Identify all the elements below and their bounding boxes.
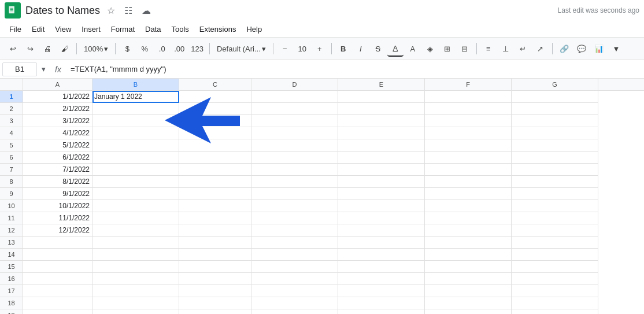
cell-c14[interactable] xyxy=(179,249,251,261)
cell-g17[interactable] xyxy=(512,285,598,297)
cell-g15[interactable] xyxy=(512,261,598,273)
fill-color-button[interactable]: ◈ xyxy=(422,40,438,57)
cell-c13[interactable] xyxy=(179,237,251,249)
cell-b7[interactable] xyxy=(92,164,179,176)
cell-c18[interactable] xyxy=(179,297,251,309)
cell-a18[interactable] xyxy=(23,297,92,309)
cell-b2[interactable] xyxy=(92,103,179,115)
cell-c12[interactable] xyxy=(179,224,251,237)
cell-e8[interactable] xyxy=(338,176,425,188)
strikethrough-button[interactable]: S xyxy=(370,40,386,57)
cell-a10[interactable]: 10/1/2022 xyxy=(23,200,92,212)
font-dropdown[interactable]: Default (Ari... ▾ xyxy=(213,43,269,54)
cell-c17[interactable] xyxy=(179,285,251,297)
cell-e19[interactable] xyxy=(338,309,425,314)
cell-g12[interactable] xyxy=(512,224,598,237)
merge-button[interactable]: ⊟ xyxy=(457,40,473,57)
zoom-dropdown[interactable]: 100% ▾ xyxy=(80,43,112,54)
rotate-button[interactable]: ↗ xyxy=(532,40,549,57)
cell-a8[interactable]: 8/1/2022 xyxy=(23,176,92,188)
cell-c6[interactable] xyxy=(179,152,251,164)
cell-b11[interactable] xyxy=(92,212,179,224)
menu-insert[interactable]: Insert xyxy=(77,24,105,35)
cell-f4[interactable] xyxy=(425,127,512,139)
cell-e16[interactable] xyxy=(338,273,425,285)
cell-d10[interactable] xyxy=(251,200,338,212)
chart-button[interactable]: 📊 xyxy=(591,40,607,57)
cell-c10[interactable] xyxy=(179,200,251,212)
cell-a17[interactable] xyxy=(23,285,92,297)
cell-b19[interactable] xyxy=(92,309,179,314)
cell-f6[interactable] xyxy=(425,152,512,164)
cell-d1[interactable] xyxy=(251,91,338,103)
cell-a2[interactable]: 2/1/2022 xyxy=(23,103,92,115)
redo-button[interactable]: ↪ xyxy=(22,40,38,57)
cloud-icon[interactable]: ☁ xyxy=(139,4,153,17)
cell-g8[interactable] xyxy=(512,176,598,188)
cell-e13[interactable] xyxy=(338,237,425,249)
cell-f13[interactable] xyxy=(425,237,512,249)
cell-c3[interactable] xyxy=(179,115,251,127)
cell-g13[interactable] xyxy=(512,237,598,249)
col-header-b[interactable]: B xyxy=(92,79,179,90)
cell-e5[interactable] xyxy=(338,139,425,152)
cell-e3[interactable] xyxy=(338,115,425,127)
menu-edit[interactable]: Edit xyxy=(27,24,49,35)
cell-c19[interactable] xyxy=(179,309,251,314)
cell-e7[interactable] xyxy=(338,164,425,176)
cell-e14[interactable] xyxy=(338,249,425,261)
cell-c4[interactable] xyxy=(179,127,251,139)
cell-a14[interactable] xyxy=(23,249,92,261)
cell-reference-box[interactable]: B1 xyxy=(2,62,37,76)
format123-button[interactable]: 123 xyxy=(188,40,206,57)
filter-button[interactable]: ▼ xyxy=(608,40,624,57)
menu-data[interactable]: Data xyxy=(140,24,165,35)
cell-b12[interactable] xyxy=(92,224,179,237)
cell-f15[interactable] xyxy=(425,261,512,273)
cell-f10[interactable] xyxy=(425,200,512,212)
cell-f7[interactable] xyxy=(425,164,512,176)
cell-d19[interactable] xyxy=(251,309,338,314)
cell-d2[interactable] xyxy=(251,103,338,115)
cell-d7[interactable] xyxy=(251,164,338,176)
cell-a19[interactable] xyxy=(23,309,92,314)
cell-a7[interactable]: 7/1/2022 xyxy=(23,164,92,176)
menu-tools[interactable]: Tools xyxy=(166,24,193,35)
cell-e1[interactable] xyxy=(338,91,425,103)
cell-a5[interactable]: 5/1/2022 xyxy=(23,139,92,152)
cell-e18[interactable] xyxy=(338,297,425,309)
cell-b9[interactable] xyxy=(92,188,179,200)
comment-button[interactable]: 💬 xyxy=(573,40,590,57)
cell-d9[interactable] xyxy=(251,188,338,200)
print-button[interactable]: 🖨 xyxy=(39,40,55,57)
cell-d15[interactable] xyxy=(251,261,338,273)
decimal-more-button[interactable]: .00 xyxy=(171,40,187,57)
cell-b1[interactable]: January 1 2022 xyxy=(92,91,179,103)
cell-g5[interactable] xyxy=(512,139,598,152)
percent-button[interactable]: % xyxy=(136,40,153,57)
underline-button[interactable]: A xyxy=(387,40,404,57)
cell-c11[interactable] xyxy=(179,212,251,224)
currency-button[interactable]: $ xyxy=(119,40,135,57)
cell-a6[interactable]: 6/1/2022 xyxy=(23,152,92,164)
cell-e4[interactable] xyxy=(338,127,425,139)
cell-f12[interactable] xyxy=(425,224,512,237)
cell-b4[interactable] xyxy=(92,127,179,139)
cell-a9[interactable]: 9/1/2022 xyxy=(23,188,92,200)
cell-b18[interactable] xyxy=(92,297,179,309)
cell-d13[interactable] xyxy=(251,237,338,249)
cell-g9[interactable] xyxy=(512,188,598,200)
cell-g18[interactable] xyxy=(512,297,598,309)
cell-d12[interactable] xyxy=(251,224,338,237)
cell-d6[interactable] xyxy=(251,152,338,164)
formula-content[interactable]: =TEXT(A1, "mmmm d yyyy") xyxy=(68,64,642,75)
cell-f9[interactable] xyxy=(425,188,512,200)
cell-f16[interactable] xyxy=(425,273,512,285)
cell-a15[interactable] xyxy=(23,261,92,273)
col-header-f[interactable]: F xyxy=(425,79,512,90)
text-color-button[interactable]: A xyxy=(405,40,421,57)
cell-f17[interactable] xyxy=(425,285,512,297)
undo-button[interactable]: ↩ xyxy=(5,40,21,57)
cell-f3[interactable] xyxy=(425,115,512,127)
cell-b17[interactable] xyxy=(92,285,179,297)
